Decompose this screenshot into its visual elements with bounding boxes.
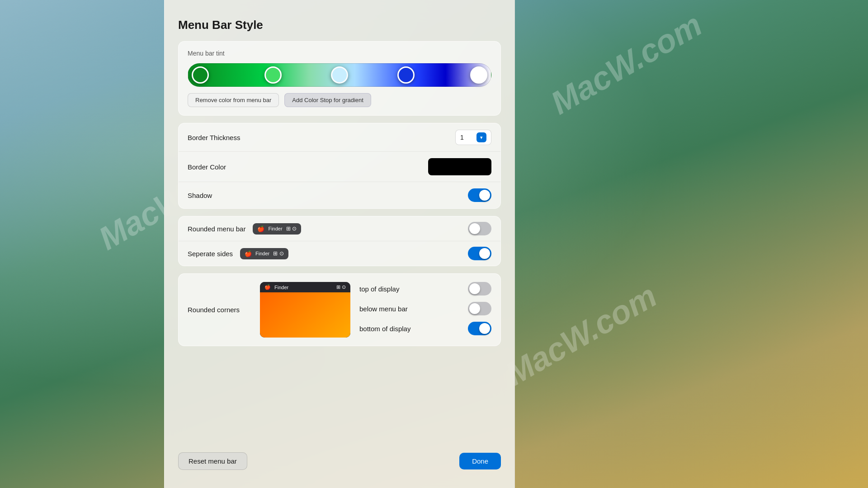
bottom-bar: Reset menu bar Done (178, 448, 501, 474)
bottom-display-label: bottom of display (359, 325, 410, 333)
dropdown-arrow-icon: ▾ (476, 132, 486, 142)
top-display-row: top of display (359, 282, 491, 296)
apple-icon-1: 🍎 (257, 225, 264, 232)
separate-preview: 🍎 Finder ⊞ ⊙ (240, 248, 288, 259)
rounded-menubar-toggle-thumb (469, 223, 480, 234)
rounded-menubar-label: Rounded menu bar (188, 225, 245, 233)
screen-finder-label: Finder (274, 285, 288, 290)
color-stop-5[interactable] (470, 66, 487, 84)
screen-apple-icon: 🍎 (264, 284, 271, 290)
bottom-display-row: bottom of display (359, 322, 491, 335)
rounded-menubar-row: Rounded menu bar 🍎 Finder ⊞ ⊙ (179, 216, 500, 241)
border-color-label: Border Color (188, 163, 226, 171)
apple-icon-2: 🍎 (245, 250, 252, 257)
color-stop-4[interactable] (397, 66, 415, 84)
color-stop-3[interactable] (331, 66, 348, 84)
border-shadow-section: Border Thickness 1 ▾ Border Color Shadow (178, 123, 501, 209)
top-display-label: top of display (359, 285, 399, 293)
top-display-toggle[interactable] (468, 282, 491, 296)
border-thickness-row: Border Thickness 1 ▾ (179, 123, 500, 152)
shadow-toggle-thumb (479, 190, 490, 201)
shadow-label: Shadow (188, 192, 212, 199)
menu-icons-2: ⊞ ⊙ (273, 250, 283, 257)
border-thickness-dropdown[interactable]: 1 ▾ (455, 130, 491, 145)
rounded-menubar-section: Rounded menu bar 🍎 Finder ⊞ ⊙ Seperate s… (178, 216, 501, 266)
screen-preview: 🍎 Finder ⊞ ⊙ (260, 282, 350, 338)
rounded-corners-section: Rounded corners 🍎 Finder ⊞ ⊙ top of disp… (178, 273, 501, 346)
below-menubar-toggle[interactable] (468, 302, 491, 315)
screen-menu-icons: ⊞ ⊙ (336, 284, 346, 290)
done-button[interactable]: Done (459, 453, 501, 469)
finder-label-1: Finder (268, 226, 282, 231)
separate-sides-toggle[interactable] (468, 247, 491, 260)
bottom-display-toggle-thumb (479, 323, 490, 334)
separate-sides-row: Seperate sides 🍎 Finder ⊞ ⊙ (179, 241, 500, 266)
menu-icons-1: ⊞ ⊙ (286, 225, 297, 232)
tint-label: Menu bar tint (188, 50, 491, 57)
screen-menubar: 🍎 Finder ⊞ ⊙ (260, 282, 350, 292)
color-stop-1[interactable] (192, 66, 209, 84)
below-menubar-row: below menu bar (359, 302, 491, 315)
bottom-display-toggle[interactable] (468, 322, 491, 335)
dialog-title: Menu Bar Style (178, 18, 501, 32)
color-stop-2[interactable] (264, 66, 282, 84)
border-color-row: Border Color (179, 152, 500, 182)
top-display-toggle-thumb (469, 283, 480, 294)
below-menubar-label: below menu bar (359, 305, 408, 313)
rounded-corners-inner: Rounded corners 🍎 Finder ⊞ ⊙ top of disp… (188, 282, 491, 338)
rounded-preview: 🍎 Finder ⊞ ⊙ (253, 223, 301, 235)
border-color-swatch[interactable] (428, 158, 491, 175)
corner-options: top of display below menu bar bottom of … (359, 282, 491, 335)
add-color-stop-button[interactable]: Add Color Stop for gradient (284, 93, 371, 107)
remove-color-button[interactable]: Remove color from menu bar (188, 93, 279, 107)
screen-content (260, 292, 350, 338)
shadow-row: Shadow (179, 182, 500, 208)
shadow-toggle[interactable] (468, 188, 491, 202)
gradient-buttons: Remove color from menu bar Add Color Sto… (188, 93, 491, 107)
tint-section: Menu bar tint Remove color from menu bar… (178, 41, 501, 116)
reset-button[interactable]: Reset menu bar (178, 452, 247, 470)
rounded-menubar-toggle[interactable] (468, 222, 491, 235)
finder-label-2: Finder (255, 251, 269, 256)
below-menubar-toggle-thumb (469, 303, 480, 314)
gradient-bar[interactable] (188, 63, 491, 87)
border-thickness-value: 1 (460, 134, 464, 141)
border-thickness-label: Border Thickness (188, 134, 240, 141)
gradient-bar-container (188, 63, 491, 87)
separate-sides-label: Seperate sides (188, 250, 233, 258)
menu-bar-style-dialog: Menu Bar Style Menu bar tint Remove colo… (164, 0, 515, 488)
separate-sides-toggle-thumb (479, 248, 490, 259)
rounded-corners-label: Rounded corners (188, 306, 251, 314)
